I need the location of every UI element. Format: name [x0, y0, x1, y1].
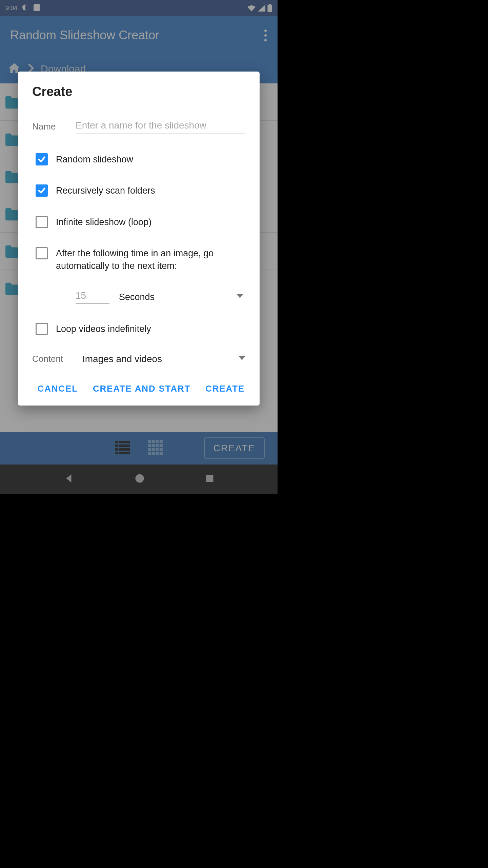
recursive-label: Recursively scan folders — [56, 184, 155, 197]
cancel-button[interactable]: CANCEL — [37, 379, 79, 398]
autoadvance-label: After the following time in an image, go… — [56, 246, 245, 272]
time-input[interactable] — [76, 290, 109, 304]
time-unit-text: Seconds — [119, 292, 155, 302]
loopvideos-label: Loop videos indefinitely — [56, 322, 151, 335]
time-unit-select[interactable]: Seconds — [119, 292, 245, 302]
autoadvance-checkbox[interactable] — [36, 247, 48, 259]
infinite-checkbox[interactable] — [36, 216, 48, 228]
infinite-label: Infinite slideshow (loop) — [56, 215, 151, 228]
create-button[interactable]: CREATE — [205, 379, 245, 398]
chevron-down-icon — [239, 356, 245, 362]
content-value: Images and videos — [82, 354, 162, 364]
dialog-actions: CANCEL CREATE AND START CREATE — [32, 379, 245, 398]
create-dialog: Create Name Random slideshow Recursively… — [18, 72, 260, 406]
screen: 9:04 Random Slideshow Creator — [0, 0, 278, 494]
content-label: Content — [32, 354, 82, 364]
name-input[interactable] — [76, 119, 245, 134]
name-label: Name — [32, 121, 76, 132]
chevron-down-icon — [237, 294, 243, 300]
loopvideos-checkbox[interactable] — [36, 323, 48, 335]
recursive-checkbox[interactable] — [36, 184, 48, 197]
content-select[interactable]: Images and videos — [82, 354, 245, 364]
dialog-title: Create — [32, 84, 245, 99]
random-label: Random slideshow — [56, 153, 133, 165]
random-checkbox[interactable] — [36, 153, 48, 165]
create-and-start-button[interactable]: CREATE AND START — [92, 379, 191, 398]
